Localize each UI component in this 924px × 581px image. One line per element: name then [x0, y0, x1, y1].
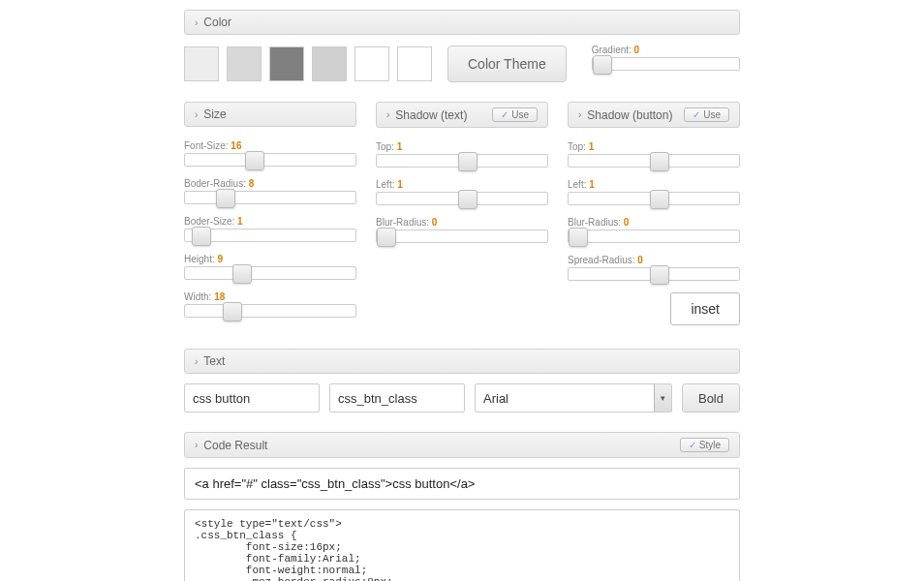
inset-button[interactable]: inset [670, 292, 740, 325]
chevron-right-icon: › [195, 356, 198, 367]
size-header[interactable]: ›Size [184, 102, 356, 127]
size-panel: ›Size Font-Size: 16 Boder-Radius: 8 Bode… [184, 102, 356, 329]
st-left-slider[interactable] [376, 192, 548, 205]
font-select[interactable]: ▾ [475, 383, 672, 413]
class-name-input[interactable] [329, 383, 465, 413]
size-title: Size [203, 107, 226, 121]
shadow-text-panel: ›Shadow (text) ✓Use Top: 1 Left: 1 Blur-… [376, 102, 548, 329]
gradient-slider[interactable] [592, 57, 740, 71]
font-size-slider[interactable] [184, 153, 356, 167]
gradient-label: Gradient: 0 [592, 45, 740, 55]
font-select-value[interactable] [475, 383, 672, 413]
chevron-right-icon: › [195, 440, 198, 450]
color-section-header[interactable]: ›Color [184, 10, 740, 35]
dropdown-arrow-icon[interactable]: ▾ [654, 384, 671, 412]
css-code-area[interactable]: <style type="text/css"> .css_btn_class {… [184, 509, 740, 581]
width-slider[interactable] [184, 304, 356, 318]
font-size-label: Font-Size: 16 [184, 140, 356, 151]
check-icon: ✓ [693, 109, 700, 120]
code-result-header[interactable]: ›Code Result ✓Style [184, 432, 740, 458]
border-size-slider[interactable] [184, 229, 356, 242]
text-title: Text [203, 354, 225, 368]
sb-top-label: Top: 1 [568, 141, 740, 152]
border-radius-label: Boder-Radius: 8 [184, 178, 356, 189]
color-title: Color [203, 15, 231, 29]
height-label: Height: 9 [184, 254, 356, 264]
shadow-text-header[interactable]: ›Shadow (text) ✓Use [376, 102, 548, 128]
text-section-header[interactable]: ›Text [184, 349, 740, 374]
style-toggle-button[interactable]: ✓Style [680, 438, 729, 452]
chevron-right-icon: › [195, 109, 198, 120]
chevron-right-icon: › [386, 109, 389, 120]
shadow-button-use-button[interactable]: ✓Use [684, 107, 729, 122]
check-icon: ✓ [689, 440, 696, 450]
button-text-input[interactable] [184, 383, 320, 413]
color-swatch-2[interactable] [227, 46, 262, 81]
sb-spread-slider[interactable] [568, 267, 740, 281]
border-size-label: Boder-Size: 1 [184, 216, 356, 227]
st-blur-label: Blur-Radius: 0 [376, 217, 548, 228]
sb-left-slider[interactable] [568, 192, 740, 205]
html-code-input[interactable] [184, 468, 740, 500]
sb-spread-label: Spread-Radius: 0 [568, 255, 740, 265]
border-radius-slider[interactable] [184, 191, 356, 204]
color-swatch-6[interactable] [397, 46, 432, 81]
sb-blur-label: Blur-Radius: 0 [568, 217, 740, 228]
height-slider[interactable] [184, 266, 356, 280]
color-swatch-5[interactable] [354, 46, 389, 81]
shadow-text-title: Shadow (text) [395, 108, 467, 122]
sb-top-slider[interactable] [568, 154, 740, 168]
chevron-right-icon: › [578, 109, 581, 120]
shadow-text-use-button[interactable]: ✓Use [492, 107, 538, 122]
width-label: Width: 18 [184, 291, 356, 302]
code-result-title: Code Result [203, 439, 267, 452]
st-top-label: Top: 1 [376, 141, 548, 152]
st-left-label: Left: 1 [376, 179, 548, 190]
color-swatch-3[interactable] [269, 46, 304, 81]
bold-button[interactable]: Bold [682, 383, 740, 413]
sb-left-label: Left: 1 [568, 179, 740, 190]
shadow-button-header[interactable]: ›Shadow (button) ✓Use [568, 102, 740, 128]
check-icon: ✓ [501, 109, 508, 120]
st-top-slider[interactable] [376, 154, 548, 168]
color-theme-button[interactable]: Color Theme [447, 46, 567, 82]
shadow-button-panel: ›Shadow (button) ✓Use Top: 1 Left: 1 Blu… [568, 102, 740, 329]
color-swatch-4[interactable] [312, 46, 347, 81]
color-swatch-1[interactable] [184, 46, 219, 81]
shadow-button-title: Shadow (button) [587, 108, 672, 122]
st-blur-slider[interactable] [376, 229, 548, 243]
chevron-right-icon: › [195, 17, 198, 28]
sb-blur-slider[interactable] [568, 229, 740, 243]
